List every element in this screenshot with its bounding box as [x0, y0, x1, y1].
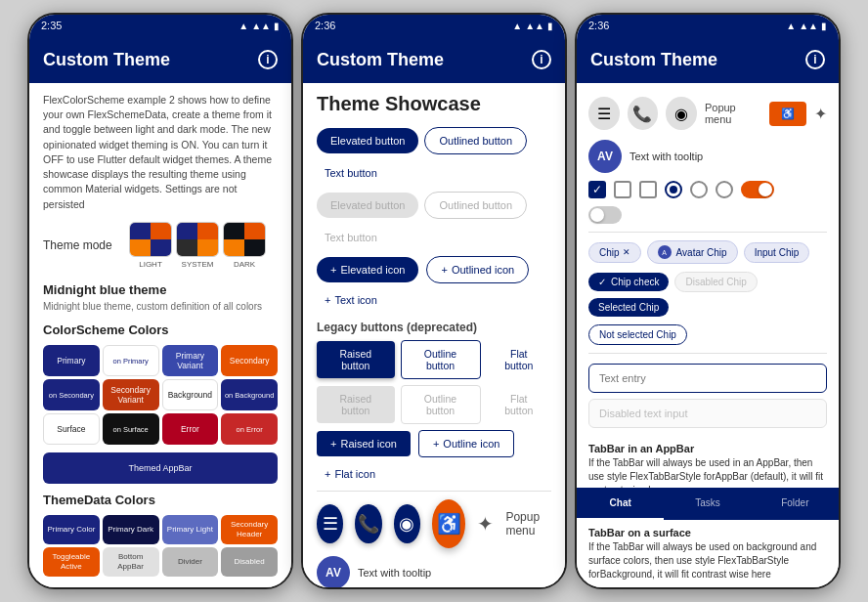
person-outline-icon: ✦ — [477, 512, 494, 536]
color-primary: Primary — [43, 345, 100, 376]
chip-input[interactable]: Input Chip — [744, 242, 810, 263]
tooltip-text-p2: Text with tooltip — [358, 567, 431, 579]
raised-icon-button[interactable]: + Raised icon — [317, 431, 411, 456]
chip-check-selected[interactable]: ✓ Chip check — [588, 273, 669, 291]
info-icon-1[interactable]: i — [258, 50, 278, 69]
raised-button[interactable]: Raised button — [317, 341, 395, 378]
chip-avatar[interactable]: A Avatar Chip — [647, 240, 738, 264]
outline-button[interactable]: Outline button — [401, 340, 481, 379]
chip-disabled: Disabled Chip — [674, 272, 757, 292]
app-bar-1: Custom Theme i — [29, 36, 291, 83]
signal-icon: ▲▲ — [251, 21, 271, 31]
flat-icon-row: + Flat icon — [317, 461, 551, 487]
chip-row-2: ✓ Chip check Disabled Chip Selected Chip — [588, 268, 827, 321]
status-icons-1: ▲ ▲▲ ▮ — [239, 21, 280, 31]
tab-tasks[interactable]: Tasks — [664, 488, 751, 520]
chip-not-selected[interactable]: Not selected Chip — [588, 324, 687, 345]
s3q4 — [244, 239, 265, 256]
text-icon-button[interactable]: + Text icon — [317, 287, 385, 313]
outline-icon-button[interactable]: + Outline icon — [418, 430, 515, 457]
checkbox-unchecked-p3-2[interactable] — [639, 181, 657, 198]
plus-icon-raised: + — [330, 438, 336, 450]
theme-light[interactable]: LIGHT — [129, 222, 172, 270]
app-bar-2: Custom Theme i — [303, 36, 565, 83]
theme-dark[interactable]: DARK — [223, 222, 266, 270]
avatar-p3: AV — [588, 140, 622, 173]
themedata-label: ThemeData Colors — [43, 492, 278, 509]
tooltip-row-p3: AV Text with tooltip — [588, 136, 827, 177]
btn-row-active: Elevated button Outlined button — [317, 127, 551, 154]
phone-2-content: Theme Showcase Elevated button Outlined … — [303, 83, 565, 587]
theme-mode-label: Theme mode — [43, 237, 121, 254]
toggle-off-p3[interactable] — [588, 206, 622, 224]
radio-unchecked-p3-2[interactable] — [716, 181, 733, 198]
phones-container: 2:35 ▲ ▲▲ ▮ Custom Theme i FlexColorSche… — [0, 0, 868, 602]
swatch-q4 — [151, 239, 171, 256]
system-swatch — [176, 222, 219, 257]
elevated-icon-button[interactable]: + Elevated icon — [317, 257, 418, 282]
app-bar-title-2: Custom Theme — [317, 50, 444, 70]
s2q2 — [197, 223, 218, 239]
radio-unchecked-p3-1[interactable] — [690, 181, 708, 198]
color-primary-variant: Primary Variant — [162, 345, 219, 376]
wifi-icon: ▲ — [239, 21, 248, 31]
info-icon-2[interactable]: i — [532, 50, 551, 69]
phone-1: 2:35 ▲ ▲▲ ▮ Custom Theme i FlexColorSche… — [27, 13, 293, 589]
tab-chat[interactable]: Chat — [577, 488, 664, 520]
divider-p3-2 — [588, 353, 827, 354]
flat-button[interactable]: Flat button — [487, 341, 552, 378]
s3q2 — [244, 223, 265, 239]
tab-folder[interactable]: Folder — [752, 488, 839, 520]
checkbox-unchecked-p3-1[interactable] — [614, 181, 631, 198]
chip-normal[interactable]: Chip ✕ — [588, 242, 641, 263]
tdc-primary-light: Primary Light — [162, 515, 219, 544]
chip-selected[interactable]: Selected Chip — [588, 298, 669, 317]
avatar-p2: AV — [317, 556, 350, 587]
theme-mode-row: Theme mode LIGHT — [43, 222, 278, 270]
chip-row-3: Not selected Chip — [588, 321, 827, 349]
flat-icon-button[interactable]: + Flat icon — [317, 461, 383, 487]
speed-dial-fab[interactable]: ♿ — [432, 499, 465, 548]
fab-phone-icon[interactable]: 📞 — [355, 504, 381, 543]
showcase-title: Theme Showcase — [317, 93, 551, 115]
outline-button-disabled: Outline button — [401, 385, 481, 424]
chip-close-icon[interactable]: ✕ — [623, 247, 630, 257]
elevated-button-disabled: Elevated button — [317, 193, 418, 218]
text-entry-disabled: Disabled text input — [588, 399, 827, 428]
wifi-icon-2: ▲ — [512, 21, 522, 31]
battery-icon-2: ▮ — [547, 21, 553, 31]
radio-checked-p3[interactable] — [665, 181, 682, 198]
checkbox-checked-p3[interactable]: ✓ — [588, 181, 606, 198]
info-icon-3[interactable]: i — [805, 50, 825, 69]
elevated-button[interactable]: Elevated button — [317, 128, 418, 153]
text-entry-input[interactable] — [588, 364, 827, 393]
text-button[interactable]: Text button — [317, 160, 385, 186]
toggle-on-p3[interactable] — [741, 181, 774, 198]
text-button-disabled: Text button — [317, 225, 385, 250]
outlined-icon-button[interactable]: + Outlined icon — [426, 256, 529, 283]
tdc-bottom-appbar: Bottom AppBar — [103, 547, 159, 577]
color-secondary: Secondary — [221, 345, 278, 376]
theme-system[interactable]: SYSTEM — [176, 222, 219, 270]
person-icon-circle[interactable]: ◉ — [666, 97, 697, 130]
phone-icon-circle[interactable]: 📞 — [628, 97, 659, 130]
divider-p3-1 — [588, 232, 827, 233]
fab-person-icon[interactable]: ◉ — [394, 504, 420, 543]
popup-fab-btn[interactable]: ♿ — [769, 102, 806, 126]
tdc-toggleable: Toggleable Active — [43, 547, 100, 577]
status-icons-2: ▲ ▲▲ ▮ — [512, 21, 553, 31]
chip-row-1: Chip ✕ A Avatar Chip Input Chip — [588, 236, 827, 268]
phone-2: 2:36 ▲ ▲▲ ▮ Custom Theme i Theme Showcas… — [301, 13, 567, 589]
outlined-button[interactable]: Outlined button — [424, 127, 527, 154]
plus-icon-elevated: + — [330, 264, 336, 276]
outlined-button-disabled: Outlined button — [424, 192, 527, 219]
color-on-error: on Error — [221, 413, 278, 445]
check-icon: ✓ — [598, 277, 606, 287]
midnight-blue-sub: Midnight blue theme, custom definition o… — [43, 300, 278, 314]
color-error: Error — [162, 413, 219, 445]
tdc-disabled: Disabled — [221, 547, 278, 577]
fab-menu-icon[interactable]: ☰ — [317, 504, 343, 543]
menu-icon-circle[interactable]: ☰ — [588, 97, 620, 130]
plus-icon-text: + — [325, 294, 330, 306]
theme-options: LIGHT SYSTEM — [129, 222, 266, 270]
